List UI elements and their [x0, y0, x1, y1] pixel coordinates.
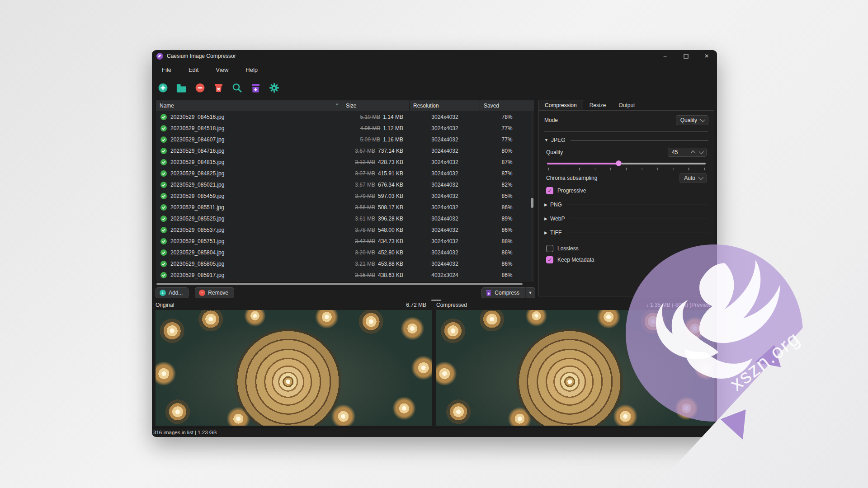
- column-header-resolution[interactable]: Resolution: [410, 100, 480, 111]
- column-header-name[interactable]: Name ^: [156, 100, 342, 111]
- quality-value: 45: [672, 149, 678, 155]
- original-label: Original: [156, 302, 174, 308]
- new-size: 1.12 MB: [383, 125, 403, 131]
- column-header-saved[interactable]: Saved: [480, 100, 534, 111]
- compressed-label: Compressed: [436, 302, 467, 308]
- splitter-handle[interactable]: [431, 300, 441, 301]
- lossless-label: Lossless: [557, 245, 579, 252]
- compressed-check-icon: [160, 114, 167, 120]
- original-size: 3.47 MB: [355, 238, 375, 244]
- table-row[interactable]: 20230529_084815.jpg 3.12 MB 428.73 KB 30…: [156, 156, 534, 168]
- menu-file[interactable]: File: [157, 64, 176, 75]
- table-row[interactable]: 20230529_085917.jpg 3.15 MB 438.63 KB 40…: [156, 269, 534, 281]
- lossless-checkbox[interactable]: [546, 245, 553, 252]
- compressed-check-icon: [160, 182, 167, 188]
- table-row[interactable]: 20230529_085805.jpg 3.21 MB 453.88 KB 30…: [156, 258, 534, 269]
- menu-view[interactable]: View: [211, 64, 233, 75]
- tab-compression[interactable]: Compression: [538, 100, 583, 110]
- table-row[interactable]: 20230529_085751.jpg 3.47 MB 434.73 KB 30…: [156, 235, 534, 247]
- compressed-check-icon: [160, 125, 167, 131]
- minimize-button[interactable]: –: [655, 50, 675, 62]
- table-row[interactable]: 20230529_085537.jpg 3.78 MB 548.00 KB 30…: [156, 224, 534, 235]
- webp-section-header[interactable]: ▶ WebP: [544, 216, 708, 222]
- tab-resize[interactable]: Resize: [583, 100, 613, 110]
- compressed-check-icon: [160, 204, 167, 211]
- table-row[interactable]: 20230529_085021.jpg 3.67 MB 676.34 KB 30…: [156, 179, 534, 190]
- table-row[interactable]: 20230529_084607.jpg 5.09 MB 1.16 MB 3024…: [156, 134, 534, 145]
- compress-toolbar-icon[interactable]: [250, 82, 261, 93]
- chroma-dropdown[interactable]: Auto: [679, 173, 707, 183]
- tiff-section-header[interactable]: ▶ TIFF: [544, 230, 708, 236]
- table-row[interactable]: 20230529_085804.jpg 3.20 MB 452.80 KB 30…: [156, 247, 534, 258]
- slider-handle[interactable]: [616, 160, 622, 166]
- spin-down-icon[interactable]: [699, 149, 704, 154]
- table-row[interactable]: 20230529_085459.jpg 3.79 MB 597.03 KB 30…: [156, 190, 534, 202]
- keep-metadata-checkbox[interactable]: ✓: [546, 256, 553, 263]
- table-row[interactable]: 20230529_084716.jpg 3.67 MB 737.14 KB 30…: [156, 145, 534, 156]
- new-size: 415.91 KB: [378, 170, 403, 177]
- mode-label: Mode: [544, 117, 558, 123]
- table-row[interactable]: 20230529_084516.jpg 5.10 MB 1.14 MB 3024…: [156, 111, 534, 122]
- compress-button[interactable]: Compress: [481, 287, 525, 298]
- resolution: 3024x4032: [410, 122, 480, 134]
- table-header: Name ^ Size Resolution Saved: [156, 100, 534, 111]
- horizontal-scrollbar[interactable]: [156, 283, 523, 285]
- png-section-header[interactable]: ▶ PNG: [544, 202, 708, 208]
- resolution: 3024x4032: [410, 156, 480, 168]
- progressive-checkbox[interactable]: ✓: [546, 187, 553, 194]
- file-name: 20230529_084825.jpg: [170, 170, 224, 177]
- compress-options-arrow[interactable]: ▼: [525, 287, 535, 298]
- chandelier-photo: [156, 310, 432, 426]
- table-row[interactable]: 20230529_084825.jpg 3.07 MB 415.91 KB 30…: [156, 168, 534, 179]
- saved-percent: 87%: [480, 168, 534, 179]
- vertical-scrollbar[interactable]: [531, 111, 533, 282]
- settings-gear-icon[interactable]: [269, 82, 279, 93]
- tab-output[interactable]: Output: [612, 100, 641, 110]
- close-button[interactable]: ✕: [696, 50, 717, 62]
- spin-up-icon[interactable]: [691, 150, 695, 155]
- saved-percent: 86%: [480, 224, 534, 235]
- resolution: 3024x4032: [410, 258, 480, 269]
- action-bar: + Add... − Remove Compress ▼: [156, 287, 535, 299]
- menu-bar: File Edit View Help: [152, 62, 717, 77]
- title-bar[interactable]: Caesium Image Compressor – ✕: [152, 50, 717, 62]
- file-name: 20230529_085511.jpg: [170, 204, 224, 211]
- original-size: 3.21 MB: [355, 261, 375, 267]
- jpeg-section-header[interactable]: ▼ JPEG: [544, 137, 708, 143]
- add-files-icon[interactable]: [157, 82, 168, 93]
- add-button[interactable]: + Add...: [156, 287, 189, 298]
- table-row[interactable]: 20230529_085525.jpg 3.61 MB 396.28 KB 30…: [156, 213, 534, 224]
- table-row[interactable]: 20230529_085511.jpg 3.56 MB 508.17 KB 30…: [156, 202, 534, 213]
- divider: [570, 219, 708, 219]
- file-name: 20230529_085525.jpg: [170, 216, 224, 222]
- remove-file-icon[interactable]: [194, 82, 205, 93]
- preview-search-icon[interactable]: [231, 82, 242, 93]
- expand-triangle-icon: ▶: [544, 216, 547, 221]
- vertical-scrollbar-thumb[interactable]: [531, 198, 533, 208]
- add-folder-icon[interactable]: [176, 82, 187, 93]
- original-preview-image[interactable]: [156, 310, 432, 426]
- chevron-down-icon: [698, 175, 703, 180]
- progressive-checkbox-row[interactable]: ✓ Progressive: [546, 187, 707, 194]
- remove-button[interactable]: − Remove: [195, 287, 234, 298]
- new-size: 453.88 KB: [378, 261, 403, 267]
- resolution: 3024x4032: [410, 190, 480, 202]
- column-header-size[interactable]: Size: [342, 100, 410, 111]
- mode-dropdown[interactable]: Quality: [676, 115, 708, 125]
- resolution: 4032x3024: [410, 269, 480, 281]
- compressed-check-icon: [160, 193, 167, 199]
- saved-percent: 85%: [480, 190, 534, 202]
- original-size: 3.07 MB: [355, 170, 375, 177]
- maximize-button[interactable]: [675, 50, 696, 62]
- clear-list-icon[interactable]: [213, 82, 224, 93]
- original-size: 3.12 MB: [355, 159, 375, 165]
- menu-edit[interactable]: Edit: [184, 64, 203, 75]
- file-name: 20230529_084607.jpg: [170, 136, 224, 143]
- menu-help[interactable]: Help: [241, 64, 262, 75]
- table-row[interactable]: 20230529_084518.jpg 4.95 MB 1.12 MB 3024…: [156, 122, 534, 134]
- quality-spinbox[interactable]: 45: [668, 148, 707, 157]
- quality-slider[interactable]: [547, 160, 706, 167]
- file-name: 20230529_085751.jpg: [170, 238, 224, 244]
- table-rows: 20230529_084516.jpg 5.10 MB 1.14 MB 3024…: [156, 111, 534, 281]
- app-window: Caesium Image Compressor – ✕ File Edit V…: [152, 50, 717, 437]
